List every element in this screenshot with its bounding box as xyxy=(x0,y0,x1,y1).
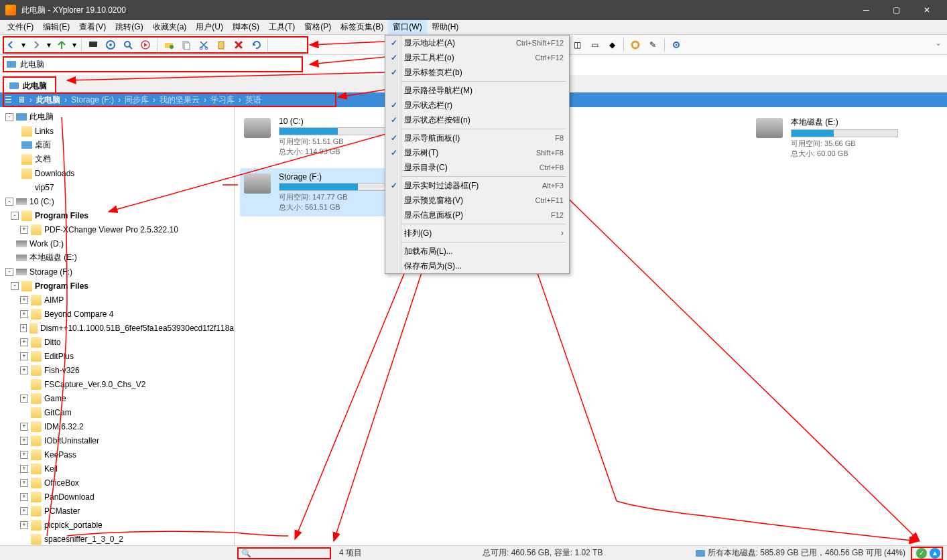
copy-icon[interactable] xyxy=(178,37,194,53)
menu-item[interactable]: 标签页集(B) xyxy=(336,20,388,34)
minimize-button[interactable]: ─ xyxy=(851,0,881,20)
brush-icon[interactable]: ✎ xyxy=(645,37,661,53)
tree-expander[interactable]: + xyxy=(20,423,28,431)
up-dropdown[interactable]: ▾ xyxy=(71,37,78,53)
tree-expander[interactable]: + xyxy=(20,479,28,487)
status-ok-badge[interactable]: ✓ xyxy=(916,548,927,559)
tree-expander[interactable]: - xyxy=(5,268,13,276)
tree-item[interactable]: +Ditto xyxy=(0,335,234,349)
menu-dropdown-item[interactable]: ✓显示地址栏(A)Ctrl+Shift+F12 xyxy=(385,36,569,50)
back-button[interactable] xyxy=(3,37,19,53)
back-dropdown[interactable]: ▾ xyxy=(20,37,27,53)
tree-expander[interactable]: + xyxy=(20,324,27,332)
filter-box[interactable]: 🔍 xyxy=(237,547,331,559)
menu-dropdown-item[interactable]: 加载布局(L)... xyxy=(385,244,569,259)
tree-item[interactable]: +Keil xyxy=(0,462,234,476)
paste-icon[interactable] xyxy=(213,37,229,53)
tree-item[interactable]: -10 (C:) xyxy=(0,194,234,208)
address-dropdown[interactable]: ⌄ xyxy=(935,35,942,51)
tree-expander[interactable]: + xyxy=(20,226,28,234)
menu-item[interactable]: 查看(V) xyxy=(74,20,111,34)
tree-item[interactable]: +AIMP xyxy=(0,293,234,307)
tree-item[interactable]: FSCapture_Ver.9.0_Chs_V2 xyxy=(0,377,234,391)
drive-entry[interactable]: 本地磁盘 (E:) 可用空间: 35.66 GB 总大小: 60.00 GB xyxy=(752,113,902,163)
tree-expander[interactable]: - xyxy=(11,212,19,220)
breadcrumb-item[interactable]: 学习库 xyxy=(206,94,239,106)
tree-item[interactable]: 桌面 xyxy=(0,138,234,152)
menu-dropdown-item[interactable]: ✓显示树(T)Shift+F8 xyxy=(385,145,569,160)
status-up-badge[interactable]: ▲ xyxy=(930,548,940,559)
tree-item[interactable]: +PDF-XChange Viewer Pro 2.5.322.10 xyxy=(0,222,234,236)
menu-dropdown-item[interactable]: 显示信息面板(P)F12 xyxy=(385,208,569,222)
tree-item[interactable]: vip57 xyxy=(0,180,234,194)
drive-entry[interactable]: 10 (C:) 可用空间: 51.51 GB 总大小: 114.93 GB xyxy=(240,113,390,163)
menu-item[interactable]: 工具(T) xyxy=(264,20,300,34)
play-icon[interactable] xyxy=(137,37,153,53)
breadcrumb-pc-icon[interactable]: 🖥 xyxy=(16,94,27,105)
forward-dropdown[interactable]: ▾ xyxy=(46,37,52,53)
tree-expander[interactable]: + xyxy=(20,352,28,360)
undo-icon[interactable] xyxy=(248,37,264,53)
tree-expander[interactable]: + xyxy=(20,338,28,346)
tree-expander[interactable]: - xyxy=(11,282,19,290)
tree-item[interactable]: +PanDownload xyxy=(0,490,234,504)
tree-item[interactable]: +Fish-v326 xyxy=(0,363,234,377)
tree-item[interactable]: 本地磁盘 (E:) xyxy=(0,251,234,265)
menu-dropdown-item[interactable]: 保存布局为(S)... xyxy=(385,259,569,273)
tree-expander[interactable]: + xyxy=(20,366,28,374)
target-icon[interactable] xyxy=(103,37,119,53)
tree-expander[interactable]: + xyxy=(20,395,28,403)
book-icon[interactable]: ◆ xyxy=(604,37,620,53)
tree-item[interactable]: Links xyxy=(0,124,234,138)
menu-item[interactable]: 窗格(P) xyxy=(300,20,336,34)
tree-item[interactable]: +Game xyxy=(0,391,234,405)
menu-item[interactable]: 帮助(H) xyxy=(427,20,464,34)
tree-expander[interactable]: + xyxy=(20,465,28,473)
tree-item[interactable]: +EditPlus xyxy=(0,349,234,363)
breadcrumb-item[interactable]: Storage (F:) xyxy=(67,95,118,104)
tree-item[interactable]: -Program Files xyxy=(0,279,234,293)
breadcrumb-item[interactable]: 英语 xyxy=(241,94,265,106)
menu-item[interactable]: 文件(F) xyxy=(3,20,38,34)
tree-expander[interactable]: + xyxy=(20,437,28,445)
cut-icon[interactable] xyxy=(196,37,212,53)
tree-expander[interactable]: - xyxy=(5,198,13,206)
menu-item[interactable]: 收藏夹(a) xyxy=(148,20,192,34)
breadcrumb-item[interactable]: 此电脑 xyxy=(32,94,64,106)
settings-icon[interactable] xyxy=(668,37,684,53)
tree-item[interactable]: +IDM.6.32.2 xyxy=(0,419,234,433)
maximize-button[interactable]: ▢ xyxy=(881,0,911,20)
tree-item[interactable]: GitCam xyxy=(0,405,234,419)
tree-item[interactable]: Work (D:) xyxy=(0,236,234,251)
tree-item[interactable]: 文档 xyxy=(0,152,234,166)
delete-icon[interactable] xyxy=(231,37,247,53)
menu-dropdown-item[interactable]: ✓显示工具栏(o)Ctrl+F12 xyxy=(385,50,569,65)
address-bar[interactable]: 此电脑 xyxy=(3,56,303,72)
tree-expander[interactable]: + xyxy=(20,310,28,318)
menu-dropdown-item[interactable]: ✓显示状态栏按钮(n) xyxy=(385,113,569,127)
tree-item[interactable]: +OfficeBox xyxy=(0,476,234,490)
monitor-icon[interactable] xyxy=(85,37,101,53)
tree-item[interactable]: +PCMaster xyxy=(0,504,234,518)
menu-dropdown-item[interactable]: ✓显示导航面板(I)F8 xyxy=(385,131,569,145)
breadcrumb-menu-icon[interactable]: ☰ xyxy=(3,94,13,105)
gear-icon[interactable] xyxy=(627,37,643,53)
up-button[interactable] xyxy=(54,37,70,53)
tab-this-pc[interactable]: 此电脑 xyxy=(3,76,56,92)
view-split-icon[interactable]: ◫ xyxy=(569,37,585,53)
menu-item[interactable]: 编辑(E) xyxy=(38,20,74,34)
tree-item[interactable]: -Storage (F:) xyxy=(0,265,234,279)
tree-expander[interactable]: + xyxy=(20,296,28,304)
menu-item[interactable]: 脚本(S) xyxy=(228,20,264,34)
new-folder-icon[interactable] xyxy=(161,37,177,53)
menu-dropdown-item[interactable]: ✓显示实时过滤器框(F)Alt+F3 xyxy=(385,178,569,193)
search-icon[interactable] xyxy=(120,37,136,53)
tree-expander[interactable]: + xyxy=(20,507,28,515)
tree-expander[interactable]: + xyxy=(20,451,28,459)
view-panel-icon[interactable]: ▭ xyxy=(586,37,603,53)
menu-dropdown-item[interactable]: 显示路径导航栏(M) xyxy=(385,83,569,98)
menu-item[interactable]: 跳转(G) xyxy=(111,20,147,34)
tree-item[interactable]: +IObitUninstaller xyxy=(0,433,234,447)
menu-dropdown-item[interactable]: 排列(G)› xyxy=(385,226,569,240)
tree-item[interactable]: spacesniffer_1_3_0_2 xyxy=(0,532,234,546)
